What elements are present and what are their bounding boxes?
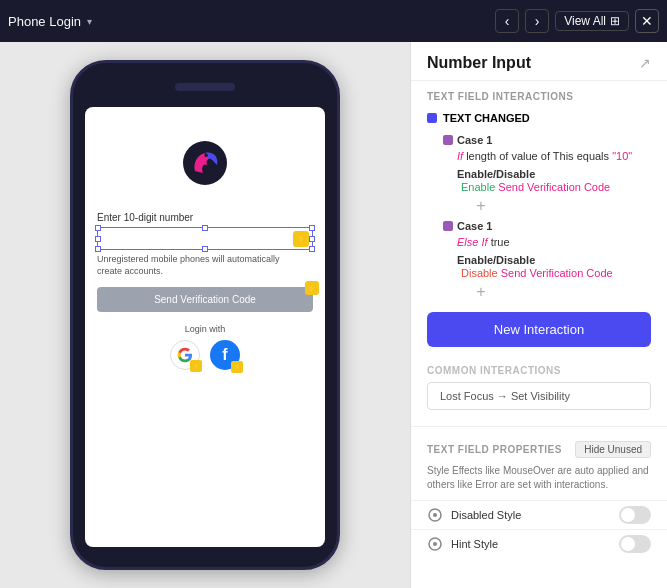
lost-focus-button[interactable]: Lost Focus → Set Visibility [427,382,651,410]
phone-input-container: ⚡ [97,227,313,250]
svg-point-4 [433,542,437,546]
text-changed-indicator [427,113,437,123]
send-btn-icon: ⚡ [305,281,319,295]
input-label: Enter 10-digit number [97,212,193,223]
hint-style-label: Hint Style [451,538,619,550]
case-2-plus-button[interactable]: + [473,284,489,300]
phone-hint-text: Unregistered mobile phones will automati… [97,254,280,277]
case-1-plus-button[interactable]: + [473,198,489,214]
toolbar-title: Phone Login [8,14,81,29]
toolbar: Phone Login ▾ ‹ › View All ⊞ ✕ [0,0,667,42]
case-2-condition: Else If true [457,234,651,250]
tf-properties-header: TEXT FIELD PROPERTIES Hide Unused [411,431,667,464]
social-buttons: ⚡ f ⚡ [170,340,240,370]
case-1-action-link: Send Verification Code [498,181,610,193]
hint-style-row: Hint Style [411,529,667,558]
case-1-block: Case 1 If length of value of This equals… [443,132,651,214]
hide-unused-button[interactable]: Hide Unused [575,441,651,458]
case-1-label: Case 1 [457,134,492,146]
case-1-action-detail: Enable Send Verification Code [457,181,651,193]
else-if-keyword: Else If [457,236,491,248]
main-layout: Enter 10-digit number ⚡ [0,42,667,588]
app-logo [175,133,235,193]
text-changed-label: TEXT CHANGED [443,112,530,124]
panel-header: Number Input ↗ [411,42,667,81]
case-1-condition: If length of value of This equals "10" [457,148,651,164]
input-action-icon: ⚡ [293,231,309,247]
panel-title: Number Input [427,54,531,72]
if-keyword: If [457,150,466,162]
phone-notch [175,83,235,91]
logo-area [175,133,235,196]
text-changed-header: TEXT CHANGED [427,108,651,128]
hint-style-icon [427,536,443,552]
case-1-action: Enable/Disable Enable Send Verification … [457,164,651,196]
case-1-dot [443,135,453,145]
enable-keyword: Enable [461,181,498,193]
login-with-label: Login with [185,324,226,334]
dropdown-arrow-icon[interactable]: ▾ [87,16,92,27]
case-2-action: Enable/Disable Disable Send Verification… [457,250,651,282]
case-2-action-link: Send Verification Code [501,267,613,279]
case-2-label: Case 1 [457,220,492,232]
tf-hint-text: Style Effects like MouseOver are auto ap… [411,464,667,500]
divider [411,426,667,427]
phone-frame: Enter 10-digit number ⚡ [70,60,340,570]
right-panel: Number Input ↗ TEXT FIELD INTERACTIONS T… [410,42,667,588]
google-login-button[interactable]: ⚡ [170,340,200,370]
tf-properties-label: TEXT FIELD PROPERTIES [427,444,562,455]
case-1-condition-value: "10" [612,150,632,162]
facebook-login-button[interactable]: f ⚡ [210,340,240,370]
nav-prev-button[interactable]: ‹ [495,9,519,33]
phone-input[interactable] [97,227,313,250]
close-button[interactable]: ✕ [635,9,659,33]
case-1-header: Case 1 [443,132,651,148]
disabled-style-icon [427,507,443,523]
disabled-style-label: Disabled Style [451,509,619,521]
case-2-dot [443,221,453,231]
external-link-icon[interactable]: ↗ [639,55,651,71]
disable-keyword: Disable [461,267,501,279]
case-1-action-title: Enable/Disable [457,167,651,181]
view-all-button[interactable]: View All ⊞ [555,11,629,31]
case-2-block: Case 1 Else If true Enable/Disable Disab… [443,218,651,300]
svg-point-2 [433,513,437,517]
case-2-condition-value: true [491,236,510,248]
grid-icon: ⊞ [610,14,620,28]
google-badge-icon: ⚡ [190,360,202,372]
send-verification-button[interactable]: Send Verification Code ⚡ [97,287,313,312]
nav-next-button[interactable]: › [525,9,549,33]
hint-style-toggle[interactable] [619,535,651,553]
section-text-field-interactions: TEXT FIELD INTERACTIONS [411,81,667,108]
facebook-badge-icon: ⚡ [231,361,243,373]
disabled-style-toggle[interactable] [619,506,651,524]
phone-panel: Enter 10-digit number ⚡ [0,42,410,588]
interaction-block: TEXT CHANGED Case 1 If length of value o… [411,108,667,304]
case-1-condition-text: length of value of This equals [466,150,612,162]
phone-screen: Enter 10-digit number ⚡ [85,107,325,547]
new-interaction-button[interactable]: New Interaction [427,312,651,347]
common-interactions-label: COMMON INTERACTIONS [411,355,667,382]
case-2-action-detail: Disable Send Verification Code [457,267,651,279]
case-2-header: Case 1 [443,218,651,234]
case-2-action-title: Enable/Disable [457,253,651,267]
disabled-style-row: Disabled Style [411,500,667,529]
